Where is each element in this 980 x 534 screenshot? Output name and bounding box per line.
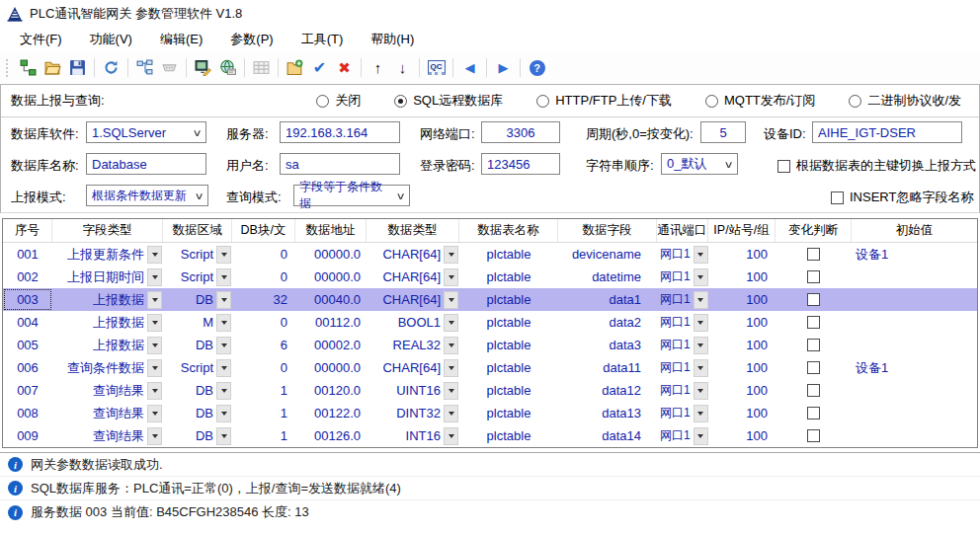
cell-data-type[interactable]: BOOL1 (367, 311, 459, 334)
cell-seq[interactable]: 004 (3, 311, 52, 334)
cell-ip[interactable]: 100 (708, 424, 776, 447)
cell-field-type[interactable]: 查询条件数据 (52, 356, 163, 379)
cell-initial[interactable] (852, 266, 977, 288)
table-row[interactable]: 005 上报数据 DB 6 00002.0 REAL32 plctable da… (3, 334, 977, 356)
dropdown-arrow-icon[interactable] (147, 268, 162, 286)
dropdown-arrow-icon[interactable] (216, 246, 231, 264)
dropdown-arrow-icon[interactable] (444, 314, 458, 332)
change-checkbox[interactable] (807, 407, 820, 420)
cell-ip[interactable]: 100 (708, 311, 776, 334)
cell-port[interactable]: 网口1 (657, 243, 708, 266)
dropdown-arrow-icon[interactable] (216, 359, 231, 377)
cell-data-area[interactable]: DB (163, 402, 232, 424)
device-id-input[interactable] (812, 121, 962, 143)
radio-icon[interactable] (316, 95, 329, 108)
cell-data-area[interactable]: Script (163, 266, 232, 288)
cell-ip[interactable]: 100 (708, 266, 776, 288)
cell-port[interactable]: 网口1 (657, 288, 708, 311)
cell-seq[interactable]: 009 (3, 424, 52, 447)
cell-port[interactable]: 网口1 (657, 424, 708, 447)
cell-initial[interactable] (852, 379, 977, 402)
dropdown-arrow-icon[interactable] (147, 337, 162, 354)
topology-icon[interactable] (132, 55, 157, 80)
cell-table-name[interactable]: plctable (459, 288, 558, 311)
move-down-icon[interactable]: ↓ (390, 55, 415, 80)
dropdown-arrow-icon[interactable] (216, 314, 231, 332)
cell-field-type[interactable]: 查询结果 (52, 424, 163, 447)
toolbar-grip[interactable] (6, 59, 11, 77)
cell-field-type[interactable]: 查询结果 (52, 379, 163, 402)
dropdown-arrow-icon[interactable] (216, 382, 231, 400)
change-checkbox[interactable] (807, 429, 820, 442)
cell-data-type[interactable]: CHAR[64] (367, 288, 459, 311)
dropdown-arrow-icon[interactable] (216, 268, 231, 286)
menu-function[interactable]: 功能(V) (76, 27, 146, 52)
cell-address[interactable]: 00122.0 (295, 402, 367, 424)
cell-address[interactable]: 00120.0 (295, 379, 367, 402)
table-row[interactable]: 008 查询结果 DB 1 00122.0 DINT32 plctable da… (3, 402, 977, 424)
connect-icon[interactable] (16, 55, 41, 80)
str-order-select[interactable]: 0_默认∨ (661, 153, 738, 175)
cell-address[interactable]: 00000.0 (295, 356, 367, 379)
mode-radio-binary[interactable]: 二进制协议收/发 (849, 92, 961, 110)
cell-address[interactable]: 00002.0 (295, 334, 367, 356)
dropdown-arrow-icon[interactable] (444, 427, 458, 445)
cell-ip[interactable]: 100 (708, 356, 776, 379)
dropdown-arrow-icon[interactable] (147, 382, 162, 400)
cell-port[interactable]: 网口1 (657, 311, 708, 334)
cell-table-name[interactable]: plctable (459, 379, 558, 402)
dropdown-arrow-icon[interactable] (694, 427, 708, 445)
cell-data-type[interactable]: INT16 (367, 424, 459, 447)
cell-ip[interactable]: 100 (708, 243, 776, 266)
cell-data-type[interactable]: DINT32 (367, 402, 459, 424)
cell-db-block[interactable]: 0 (232, 243, 295, 266)
cell-db-block[interactable]: 1 (232, 402, 295, 424)
dropdown-arrow-icon[interactable] (694, 405, 708, 422)
cell-field[interactable]: data2 (558, 311, 657, 334)
dropdown-arrow-icon[interactable] (147, 291, 162, 309)
cell-field[interactable]: devicename (558, 243, 657, 266)
dropdown-arrow-icon[interactable] (147, 314, 162, 332)
cell-initial[interactable] (852, 334, 977, 356)
nav-back-icon[interactable]: ◀ (457, 55, 482, 80)
dropdown-arrow-icon[interactable] (216, 291, 231, 309)
cell-field-type[interactable]: 上报数据 (52, 311, 163, 334)
web-remote-icon[interactable] (215, 55, 240, 80)
dropdown-arrow-icon[interactable] (216, 405, 231, 422)
cell-initial[interactable]: 设备1 (852, 243, 977, 266)
cell-field-type[interactable]: 上报日期时间 (52, 266, 163, 288)
dropdown-arrow-icon[interactable] (216, 427, 231, 445)
cell-table-name[interactable]: plctable (459, 266, 558, 288)
new-group-icon[interactable] (283, 55, 307, 80)
cell-field[interactable]: datetime (558, 266, 657, 288)
period-input[interactable] (700, 121, 746, 143)
cell-data-type[interactable]: REAL32 (367, 334, 459, 356)
table-row[interactable]: 002 上报日期时间 Script 0 00000.0 CHAR[64] plc… (3, 266, 977, 288)
change-checkbox[interactable] (807, 270, 820, 283)
cell-ip[interactable]: 100 (708, 379, 776, 402)
dropdown-arrow-icon[interactable] (444, 337, 458, 354)
dropdown-arrow-icon[interactable] (444, 405, 458, 422)
open-file-icon[interactable] (41, 55, 65, 80)
server-input[interactable] (280, 121, 400, 143)
table-row-selected[interactable]: 003 上报数据 DB 32 00040.0 CHAR[64] plctable… (3, 288, 977, 311)
monitor-edit-icon[interactable] (191, 55, 215, 80)
db-name-input[interactable] (86, 153, 206, 175)
cell-change-flag[interactable] (776, 379, 852, 402)
refresh-icon[interactable] (99, 55, 123, 80)
cell-data-area[interactable]: M (163, 311, 232, 334)
radio-selected-icon[interactable] (394, 95, 407, 108)
dropdown-arrow-icon[interactable] (216, 337, 231, 354)
net-port-input[interactable] (481, 121, 560, 143)
cell-initial[interactable] (852, 402, 977, 424)
cell-table-name[interactable]: plctable (459, 402, 558, 424)
cell-port[interactable]: 网口1 (657, 402, 708, 424)
dropdown-arrow-icon[interactable] (444, 246, 458, 264)
cell-data-area[interactable]: DB (163, 288, 232, 311)
dropdown-arrow-icon[interactable] (694, 337, 708, 354)
cell-db-block[interactable]: 0 (232, 311, 295, 334)
report-mode-select[interactable]: 根据条件数据更新∨ (86, 185, 208, 206)
dropdown-arrow-icon[interactable] (444, 359, 458, 377)
insert-ignore-checkbox[interactable]: INSERT忽略字段名称 (831, 189, 973, 206)
cell-change-flag[interactable] (776, 288, 852, 311)
